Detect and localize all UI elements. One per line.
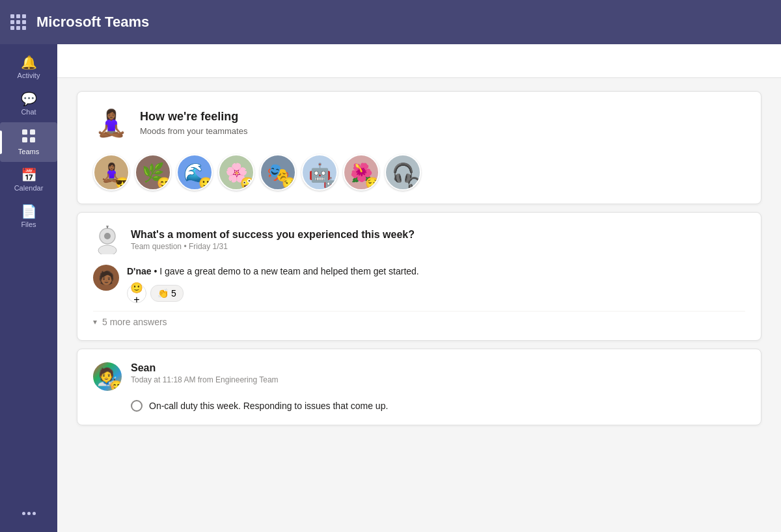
svg-rect-3 xyxy=(30,137,35,142)
sean-avatar: 🧑‍🎨 😊 xyxy=(93,362,122,391)
more-apps-button[interactable] xyxy=(22,505,36,522)
sidebar-label-calendar: Calendar xyxy=(14,184,44,192)
sidebar-item-chat[interactable]: 💬 Chat xyxy=(0,86,57,122)
svg-rect-1 xyxy=(30,129,35,135)
answer-separator: • xyxy=(154,266,159,276)
mood-avatar-7[interactable]: 🌺 😌 xyxy=(343,154,379,191)
sean-content: On-call duty this week. Responding to is… xyxy=(131,400,745,412)
teams-icon xyxy=(21,129,36,145)
more-answers-label: 5 more answers xyxy=(102,317,167,327)
add-reaction-icon: 🙂+ xyxy=(128,282,146,306)
question-title: What's a moment of success you experienc… xyxy=(131,229,415,241)
mood-avatar-4[interactable]: 🌸 🤪 xyxy=(218,154,254,191)
mood-card-icon: 🧘🏾‍♀️ xyxy=(93,105,130,141)
mood-avatar-3[interactable]: 🌊 🙂 xyxy=(176,154,213,191)
sidebar-item-files[interactable]: 📄 Files xyxy=(0,198,57,235)
mood-avatar-8[interactable]: 🎧 🎧 xyxy=(385,154,421,191)
mood-avatar-2[interactable]: 🌿 😊 xyxy=(135,154,171,191)
sidebar-item-calendar[interactable]: 📅 Calendar xyxy=(0,162,57,198)
sean-card: 🧑‍🎨 😊 Sean Today at 11:18 AM from Engine… xyxy=(77,349,761,425)
svg-rect-0 xyxy=(22,129,27,135)
mood-card-title: How we're feeling xyxy=(140,110,247,124)
mood-card-subtitle: Moods from your teammates xyxy=(140,126,247,136)
svg-point-5 xyxy=(98,245,116,254)
radio-circle-icon xyxy=(131,400,143,412)
app-header: Microsoft Teams xyxy=(0,0,781,44)
chevron-down-icon: ▾ xyxy=(93,317,97,326)
sean-meta: Today at 11:18 AM from Engineering Team xyxy=(131,375,279,384)
mood-card-header: 🧘🏾‍♀️ How we're feeling Moods from your … xyxy=(93,105,745,141)
answer-content: D'nae • I gave a great demo to a new tea… xyxy=(127,265,419,303)
sidebar: 🔔 Activity 💬 Chat Teams 📅 Calendar 📄 xyxy=(0,44,57,532)
svg-point-8 xyxy=(106,226,109,227)
question-card-text: What's a moment of success you experienc… xyxy=(131,229,415,251)
mood-emoji-1: 😎 xyxy=(115,176,130,191)
mood-card: 🧘🏾‍♀️ How we're feeling Moods from your … xyxy=(77,91,761,204)
clap-emoji: 👏 xyxy=(158,288,169,299)
sean-name: Sean xyxy=(131,362,279,374)
question-answer: 🧑🏾 D'nae • I gave a great demo to a new … xyxy=(93,265,745,303)
mood-avatar-6[interactable]: 🤖 🤖 xyxy=(301,154,338,191)
question-card-header: What's a moment of success you experienc… xyxy=(93,226,745,254)
mood-emoji-6: 🤖 xyxy=(323,176,338,191)
feed: 🧘🏾‍♀️ How we're feeling Moods from your … xyxy=(57,78,781,532)
sean-card-header: 🧑‍🎨 😊 Sean Today at 11:18 AM from Engine… xyxy=(93,362,745,391)
mood-emoji-7: 😌 xyxy=(365,176,379,191)
apps-grid-icon[interactable] xyxy=(10,14,26,30)
clap-reaction-button[interactable]: 👏 5 xyxy=(150,285,184,302)
mood-avatar-1[interactable]: 🧘🏾‍♀️ 😎 xyxy=(93,154,130,191)
svg-rect-2 xyxy=(22,137,27,142)
answer-avatar: 🧑🏾 xyxy=(93,265,119,291)
sean-text: On-call duty this week. Responding to is… xyxy=(149,401,388,411)
sidebar-item-teams[interactable]: Teams xyxy=(0,122,57,162)
mood-emoji-4: 🤪 xyxy=(240,176,254,191)
sidebar-label-activity: Activity xyxy=(18,72,40,79)
sean-status-emoji: 😊 xyxy=(110,380,122,391)
mood-emoji-3: 🙂 xyxy=(199,176,213,191)
question-bot-icon xyxy=(93,226,122,254)
main-layout: 🔔 Activity 💬 Chat Teams 📅 Calendar 📄 xyxy=(0,44,781,532)
question-card: What's a moment of success you experienc… xyxy=(77,212,761,341)
question-meta: Team question • Friday 1/31 xyxy=(131,242,415,251)
sidebar-label-teams: Teams xyxy=(18,148,39,155)
mood-emoji-8: 🎧 xyxy=(407,176,421,191)
top-bar xyxy=(57,44,781,78)
answer-body: I gave a great demo to a new team and he… xyxy=(159,266,418,276)
files-icon: 📄 xyxy=(21,205,37,218)
activity-icon: 🔔 xyxy=(21,56,37,69)
more-answers-button[interactable]: ▾ 5 more answers xyxy=(93,311,745,327)
svg-point-6 xyxy=(104,233,111,239)
mood-avatar-5[interactable]: 🎭 😏 xyxy=(260,154,296,191)
answer-text: D'nae • I gave a great demo to a new tea… xyxy=(127,265,419,278)
chat-icon: 💬 xyxy=(21,92,37,105)
sean-card-text: Sean Today at 11:18 AM from Engineering … xyxy=(131,362,279,384)
main-content: 🧘🏾‍♀️ How we're feeling Moods from your … xyxy=(57,44,781,532)
clap-count: 5 xyxy=(171,288,176,299)
add-reaction-button[interactable]: 🙂+ xyxy=(127,284,146,303)
mood-emoji-5: 😏 xyxy=(282,176,296,191)
sidebar-label-chat: Chat xyxy=(21,108,36,116)
answer-reactions: 🙂+ 👏 5 xyxy=(127,284,419,303)
sidebar-item-activity[interactable]: 🔔 Activity xyxy=(0,49,57,86)
app-title: Microsoft Teams xyxy=(36,14,149,31)
sidebar-label-files: Files xyxy=(21,220,36,228)
mood-emoji-2: 😊 xyxy=(157,176,171,191)
mood-avatars: 🧘🏾‍♀️ 😎 🌿 😊 🌊 🙂 🌸 🤪 xyxy=(93,154,745,191)
calendar-icon: 📅 xyxy=(21,168,37,181)
answer-name: D'nae xyxy=(127,266,152,276)
mood-card-text: How we're feeling Moods from your teamma… xyxy=(140,110,247,136)
